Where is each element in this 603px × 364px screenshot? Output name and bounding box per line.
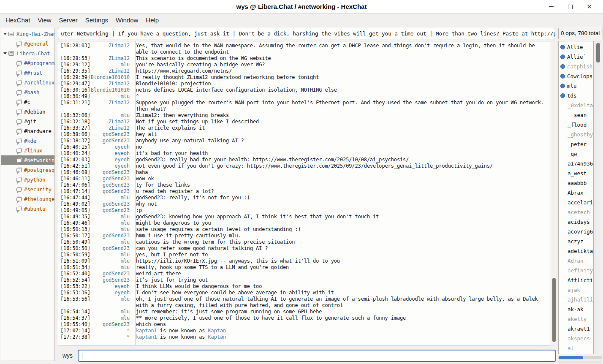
- tree-channel-archlinux[interactable]: #archlinux: [1, 78, 54, 87]
- userlist-item[interactable]: accelario: [559, 198, 593, 207]
- userlist-item[interactable]: acetech_: [559, 207, 593, 217]
- menu-item-settings[interactable]: Settings: [81, 15, 112, 25]
- message-nick[interactable]: ZLima12: [90, 100, 133, 106]
- message-nick[interactable]: *: [90, 328, 133, 334]
- menu-item-hexchat[interactable]: HexChat: [2, 15, 34, 25]
- message-nick[interactable]: mlu: [90, 214, 133, 220]
- userlist-item[interactable]: _0xdelta: [559, 101, 593, 110]
- userlist-item[interactable]: al: [559, 343, 593, 353]
- tree-channel-programming[interactable]: ##programming: [1, 58, 54, 68]
- tree-channel-general[interactable]: #general: [1, 39, 54, 49]
- message-nick[interactable]: godSend23: [90, 277, 133, 283]
- userlist-item[interactable]: akspecs: [559, 334, 593, 343]
- tree-channel-git[interactable]: #git: [1, 117, 54, 126]
- message-nick[interactable]: mlu: [90, 220, 133, 226]
- message-nick[interactable]: mlu: [90, 309, 133, 315]
- message-nick[interactable]: mlu: [90, 239, 133, 245]
- userlist-item[interactable]: Cowclops`: [559, 71, 593, 81]
- tree-channel-rust[interactable]: ##rust: [1, 68, 54, 78]
- tree-channel-python[interactable]: #python: [1, 175, 54, 185]
- message-nick[interactable]: *: [90, 334, 133, 340]
- menu-item-help[interactable]: Help: [142, 15, 163, 25]
- userlist-item[interactable]: __sean__: [559, 110, 593, 120]
- userlist-item[interactable]: ajak__: [559, 285, 593, 295]
- userlist-item[interactable]: ajhalili2: [559, 295, 593, 304]
- message-nick[interactable]: mlu: [90, 258, 133, 264]
- userlist-item[interactable]: Abrax: [559, 188, 593, 198]
- tree-server-Xing-Hai-Zhan[interactable]: Xing-Hai-Zhan: [1, 29, 54, 39]
- tree-channel-thelounge[interactable]: #thelounge: [1, 194, 54, 204]
- userlist-item[interactable]: Afflictio: [559, 275, 593, 285]
- message-nick[interactable]: godSend23: [90, 138, 133, 144]
- userlist-horizontal-scrollbar[interactable]: [558, 356, 602, 359]
- message-nick[interactable]: mlu: [90, 226, 133, 233]
- userlist-scrollbar-thumb[interactable]: [596, 43, 600, 62]
- userlist-item[interactable]: akelly: [559, 314, 593, 324]
- channel-tree[interactable]: Xing-Hai-Zhan#generalLibera.Chat##progra…: [1, 28, 55, 361]
- tree-channel-networking[interactable]: #networking: [1, 155, 54, 165]
- tree-server-Libera.Chat[interactable]: Libera.Chat: [1, 49, 54, 58]
- menu-item-window[interactable]: Window: [112, 15, 142, 25]
- topic-input[interactable]: uter Networking | If you have a question…: [58, 28, 555, 39]
- bottom-horizontal-scrollbar[interactable]: [558, 361, 602, 364]
- message-nick[interactable]: mlu: [90, 252, 133, 258]
- tree-channel-linux[interactable]: #linux: [1, 146, 54, 155]
- message-input[interactable]: [78, 350, 556, 362]
- message-nick[interactable]: godSend23: [90, 245, 133, 252]
- userlist-item[interactable]: alan: [559, 353, 593, 354]
- message-nick[interactable]: godSend23: [90, 271, 133, 277]
- message-nick[interactable]: godSend23: [90, 131, 133, 138]
- message-nick[interactable]: Blondie101010: [90, 87, 133, 93]
- message-nick[interactable]: ZLima12: [90, 55, 133, 62]
- tree-channel-debian[interactable]: #debian: [1, 107, 54, 117]
- userlist-item[interactable]: _flood: [559, 120, 593, 130]
- userlist-item[interactable]: ak-ak: [559, 304, 593, 314]
- close-button[interactable]: [580, 0, 599, 14]
- tree-channel-postgresql[interactable]: #postgresql: [1, 165, 54, 175]
- userlist-item[interactable]: mlu: [559, 81, 593, 91]
- message-nick[interactable]: mlu: [90, 112, 133, 119]
- menu-item-view[interactable]: View: [34, 15, 55, 25]
- message-nick[interactable]: mlu: [90, 93, 133, 100]
- message-nick[interactable]: Blondie101010: [90, 74, 133, 81]
- chat-scrollbar-thumb[interactable]: [552, 278, 556, 342]
- message-nick[interactable]: ZLima12: [90, 81, 133, 87]
- message-nick[interactable]: eyeoh: [90, 157, 133, 163]
- userlist-item[interactable]: aaabbb: [559, 178, 593, 188]
- message-nick[interactable]: godSend23: [90, 321, 133, 328]
- message-nick[interactable]: mlu: [90, 195, 133, 201]
- userlist-item[interactable]: acidsys: [559, 217, 593, 227]
- message-nick[interactable]: eyeoh: [90, 290, 133, 296]
- userlist-vertical-scrollbar[interactable]: [595, 41, 601, 354]
- chat-text-area[interactable]: [16:28:03]ZLima12Yes, that would be in t…: [58, 41, 551, 345]
- maximize-button[interactable]: [561, 0, 580, 14]
- message-nick[interactable]: mlu: [90, 62, 133, 68]
- message-nick[interactable]: ZLima12: [90, 125, 133, 131]
- userlist-item[interactable]: _qw_: [559, 149, 593, 159]
- chat-vertical-scrollbar[interactable]: [552, 41, 556, 345]
- message-nick[interactable]: godSend23: [90, 188, 133, 195]
- message-nick[interactable]: eyeoh: [90, 144, 133, 150]
- userlist-hscrollbar-thumb[interactable]: [559, 356, 583, 359]
- expander-icon[interactable]: [3, 33, 7, 37]
- userlist-item[interactable]: a_west: [559, 168, 593, 178]
- tree-channel-ubuntu[interactable]: #ubuntu: [1, 204, 54, 214]
- message-nick[interactable]: ZLima12: [90, 119, 133, 125]
- message-nick[interactable]: mlu: [90, 315, 133, 321]
- tree-channel-security[interactable]: #security: [1, 185, 54, 194]
- userlist-item[interactable]: aczyz: [559, 236, 593, 246]
- userlist-item[interactable]: acovrig60: [559, 227, 593, 236]
- message-nick[interactable]: godSend23: [90, 233, 133, 239]
- userlist-item[interactable]: catphish: [559, 62, 593, 71]
- message-nick[interactable]: ZLima12: [90, 43, 133, 49]
- message-nick[interactable]: godSend23: [90, 207, 133, 214]
- message-nick[interactable]: godSend23: [90, 182, 133, 188]
- message-nick[interactable]: eyeoh: [90, 150, 133, 157]
- message-nick[interactable]: mlu: [90, 296, 133, 302]
- message-nick[interactable]: godSend23: [90, 169, 133, 176]
- tree-channel-bash[interactable]: #bash: [1, 87, 54, 97]
- userlist-item[interactable]: a174n936: [559, 159, 593, 168]
- userlist-item[interactable]: akrawt1: [559, 324, 593, 334]
- userlist-item[interactable]: tds: [559, 91, 593, 101]
- tree-channel-hardware[interactable]: #hardware: [1, 126, 54, 136]
